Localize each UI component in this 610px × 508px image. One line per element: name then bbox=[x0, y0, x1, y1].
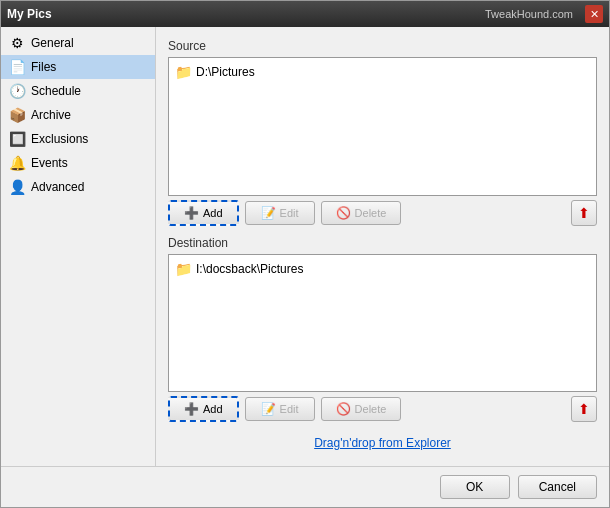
destination-folder-icon: 📁 bbox=[175, 261, 192, 277]
destination-edit-label: Edit bbox=[280, 403, 299, 415]
destination-add-button[interactable]: ➕ Add bbox=[168, 396, 239, 422]
exclusions-icon: 🔲 bbox=[9, 131, 25, 147]
destination-list-item: 📁 I:\docsback\Pictures bbox=[173, 259, 592, 279]
source-edit-label: Edit bbox=[280, 207, 299, 219]
branding-text: TweakHound.com bbox=[485, 8, 573, 20]
sidebar-item-advanced[interactable]: 👤 Advanced bbox=[1, 175, 155, 199]
advanced-icon: 👤 bbox=[9, 179, 25, 195]
sidebar-label-files: Files bbox=[31, 60, 56, 74]
files-icon: 📄 bbox=[9, 59, 25, 75]
main-panel: Source 📁 D:\Pictures ➕ Add 📝 Edit bbox=[156, 27, 609, 466]
sidebar-item-files[interactable]: 📄 Files bbox=[1, 55, 155, 79]
sidebar-label-schedule: Schedule bbox=[31, 84, 81, 98]
destination-delete-label: Delete bbox=[355, 403, 387, 415]
source-section: Source 📁 D:\Pictures ➕ Add 📝 Edit bbox=[168, 39, 597, 226]
destination-section: Destination 📁 I:\docsback\Pictures ➕ Add… bbox=[168, 236, 597, 423]
sidebar-item-general[interactable]: ⚙ General bbox=[1, 31, 155, 55]
destination-button-row: ➕ Add 📝 Edit 🚫 Delete ⬆ bbox=[168, 396, 597, 422]
title-controls: TweakHound.com ✕ bbox=[485, 5, 603, 23]
drag-drop-link[interactable]: Drag'n'drop from Explorer bbox=[168, 436, 597, 450]
content-area: ⚙ General 📄 Files 🕐 Schedule 📦 Archive 🔲… bbox=[1, 27, 609, 466]
source-delete-button[interactable]: 🚫 Delete bbox=[321, 201, 402, 225]
destination-edit-button[interactable]: 📝 Edit bbox=[245, 397, 315, 421]
sidebar: ⚙ General 📄 Files 🕐 Schedule 📦 Archive 🔲… bbox=[1, 27, 156, 466]
sidebar-label-archive: Archive bbox=[31, 108, 71, 122]
events-icon: 🔔 bbox=[9, 155, 25, 171]
source-add-label: Add bbox=[203, 207, 223, 219]
sidebar-label-advanced: Advanced bbox=[31, 180, 84, 194]
sidebar-item-exclusions[interactable]: 🔲 Exclusions bbox=[1, 127, 155, 151]
main-window: My Pics TweakHound.com ✕ ⚙ General 📄 Fil… bbox=[0, 0, 610, 508]
sidebar-item-schedule[interactable]: 🕐 Schedule bbox=[1, 79, 155, 103]
source-edit-button[interactable]: 📝 Edit bbox=[245, 201, 315, 225]
source-edit-icon: 📝 bbox=[261, 206, 276, 220]
destination-path: I:\docsback\Pictures bbox=[196, 262, 303, 276]
bottom-bar: OK Cancel bbox=[1, 466, 609, 507]
ok-button[interactable]: OK bbox=[440, 475, 510, 499]
sidebar-item-events[interactable]: 🔔 Events bbox=[1, 151, 155, 175]
title-bar: My Pics TweakHound.com ✕ bbox=[1, 1, 609, 27]
source-list-item: 📁 D:\Pictures bbox=[173, 62, 592, 82]
source-button-row: ➕ Add 📝 Edit 🚫 Delete ⬆ bbox=[168, 200, 597, 226]
destination-edit-icon: 📝 bbox=[261, 402, 276, 416]
source-add-icon: ➕ bbox=[184, 206, 199, 220]
window-title: My Pics bbox=[7, 7, 52, 21]
destination-add-icon: ➕ bbox=[184, 402, 199, 416]
destination-delete-icon: 🚫 bbox=[336, 402, 351, 416]
source-folder-icon: 📁 bbox=[175, 64, 192, 80]
sidebar-label-events: Events bbox=[31, 156, 68, 170]
sidebar-item-archive[interactable]: 📦 Archive bbox=[1, 103, 155, 127]
source-add-button[interactable]: ➕ Add bbox=[168, 200, 239, 226]
source-delete-icon: 🚫 bbox=[336, 206, 351, 220]
destination-delete-button[interactable]: 🚫 Delete bbox=[321, 397, 402, 421]
destination-list[interactable]: 📁 I:\docsback\Pictures bbox=[168, 254, 597, 393]
archive-icon: 📦 bbox=[9, 107, 25, 123]
destination-up-button[interactable]: ⬆ bbox=[571, 396, 597, 422]
source-label: Source bbox=[168, 39, 597, 53]
source-path: D:\Pictures bbox=[196, 65, 255, 79]
sidebar-label-general: General bbox=[31, 36, 74, 50]
source-delete-label: Delete bbox=[355, 207, 387, 219]
source-up-button[interactable]: ⬆ bbox=[571, 200, 597, 226]
destination-add-label: Add bbox=[203, 403, 223, 415]
close-button[interactable]: ✕ bbox=[585, 5, 603, 23]
destination-label: Destination bbox=[168, 236, 597, 250]
general-icon: ⚙ bbox=[9, 35, 25, 51]
sidebar-label-exclusions: Exclusions bbox=[31, 132, 88, 146]
cancel-button[interactable]: Cancel bbox=[518, 475, 597, 499]
schedule-icon: 🕐 bbox=[9, 83, 25, 99]
source-list[interactable]: 📁 D:\Pictures bbox=[168, 57, 597, 196]
